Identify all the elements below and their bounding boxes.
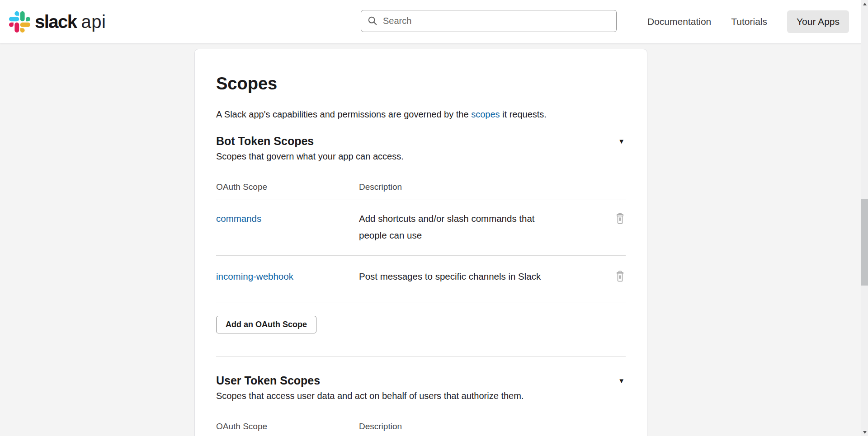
table-row: incoming-webhook Post messages to specif… (216, 256, 626, 303)
scope-link-incoming-webhook[interactable]: incoming-webhook (216, 268, 293, 285)
page-title: Scopes (216, 74, 626, 94)
column-description: Description (359, 182, 604, 192)
scope-link-commands[interactable]: commands (216, 211, 261, 227)
chevron-down-icon[interactable]: ▼ (617, 375, 626, 386)
intro-text-before: A Slack app's capabilities and permissio… (216, 109, 471, 119)
search-input[interactable] (361, 10, 617, 32)
nav-documentation[interactable]: Documentation (647, 16, 711, 27)
scrollbar-thumb[interactable] (861, 199, 868, 286)
bot-token-scopes-section: Bot Token Scopes ▼ Scopes that govern wh… (216, 135, 626, 333)
trash-icon (614, 212, 626, 225)
top-header: slack api Documentation Tutorials Your A… (0, 0, 868, 43)
delete-scope-button[interactable] (614, 270, 626, 282)
slack-api-logo[interactable]: slack api (9, 0, 106, 43)
section-title-bot: Bot Token Scopes (216, 135, 314, 148)
column-oauth-scope: OAuth Scope (216, 422, 359, 431)
search-container (361, 10, 617, 32)
scroll-down-icon[interactable] (861, 428, 868, 436)
section-subtitle-user: Scopes that access user data and act on … (216, 391, 626, 401)
chevron-down-icon[interactable]: ▼ (617, 136, 626, 146)
scopes-link[interactable]: scopes (471, 109, 500, 119)
page-scrollbar[interactable] (861, 0, 868, 436)
section-title-user: User Token Scopes (216, 374, 320, 387)
section-divider (216, 356, 626, 357)
slack-logo-icon (9, 11, 30, 33)
table-header-user: OAuth Scope Description (216, 422, 626, 436)
trash-icon (614, 270, 626, 282)
intro-paragraph: A Slack app's capabilities and permissio… (216, 108, 626, 121)
scopes-card: Scopes A Slack app's capabilities and pe… (194, 49, 647, 436)
delete-scope-button[interactable] (614, 212, 626, 225)
section-subtitle-bot: Scopes that govern what your app can acc… (216, 151, 626, 162)
intro-text-after: it requests. (500, 109, 547, 119)
table-header-bot: OAuth Scope Description (216, 182, 626, 200)
logo-brand-text: slack (35, 12, 77, 32)
scroll-up-icon[interactable] (861, 0, 868, 8)
user-token-scopes-section: User Token Scopes ▼ Scopes that access u… (216, 374, 626, 436)
nav-your-apps[interactable]: Your Apps (787, 10, 849, 33)
logo-suffix-text: api (81, 12, 106, 32)
nav-tutorials[interactable]: Tutorials (731, 16, 767, 27)
scope-description: Add shortcuts and/or slash commands that… (359, 211, 587, 244)
scope-description: Post messages to specific channels in Sl… (359, 268, 587, 285)
header-nav: Documentation Tutorials Your Apps (647, 0, 849, 43)
table-row: commands Add shortcuts and/or slash comm… (216, 200, 626, 256)
column-oauth-scope: OAuth Scope (216, 182, 359, 192)
column-description: Description (359, 422, 604, 431)
main-area: Scopes A Slack app's capabilities and pe… (0, 43, 868, 436)
add-oauth-scope-button[interactable]: Add an OAuth Scope (216, 316, 316, 333)
